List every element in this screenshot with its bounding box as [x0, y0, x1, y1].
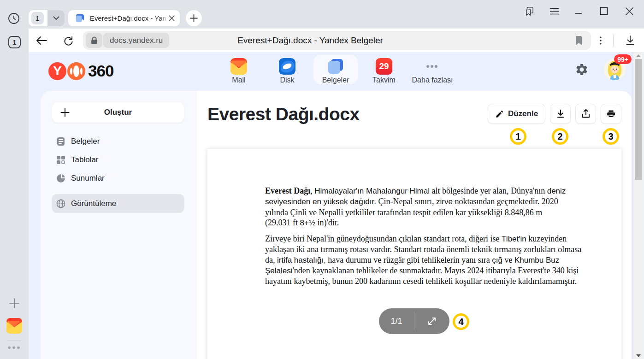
expand-icon: [427, 316, 437, 326]
docs-panel: Oluştur Belgeler Tablolar: [41, 91, 632, 359]
app-mail-label: Mail: [217, 76, 261, 84]
bar-divider: [613, 35, 614, 47]
notification-badge: 99+: [614, 54, 632, 64]
docs-content: Everest Dağı.docx Düzenle: [197, 91, 632, 359]
new-tab-button[interactable]: [186, 10, 202, 26]
create-label: Oluştur: [52, 108, 184, 117]
panels-icon[interactable]: [522, 5, 535, 18]
back-icon[interactable]: [35, 34, 48, 47]
browser-side-strip: 1 ●●●: [0, 29, 29, 359]
print-button[interactable]: [601, 104, 621, 124]
url-bar[interactable]: docs.yandex.ru Everest+Dağı.docx - Yande…: [83, 31, 591, 50]
app-takvim-label: Takvim: [362, 76, 406, 84]
create-button[interactable]: Oluştur: [52, 102, 184, 123]
sidebar-item-label: Tablolar: [71, 155, 99, 165]
document-title: Everest Dağı.docx: [207, 104, 360, 124]
more-apps-icon: •••: [424, 58, 441, 75]
download-icon: [556, 109, 565, 118]
close-button[interactable]: [623, 5, 636, 18]
bookmark-icon[interactable]: [575, 36, 583, 47]
document-text: Everest Dağı, Himalayalar'ın Mahalangur …: [265, 186, 595, 287]
maximize-button[interactable]: [597, 5, 610, 18]
tab-title: Everest+Dağı.docx - Yan: [90, 14, 168, 22]
tab-group-count[interactable]: 1: [31, 12, 44, 24]
tab-group-pill[interactable]: 1: [29, 10, 65, 26]
tab-bar: 1 Everest+Dağı.docx - Yan: [0, 0, 644, 29]
docs-icon: [327, 58, 344, 75]
page-indicator[interactable]: 1/1: [379, 308, 449, 334]
sidebar-item-sunumlar[interactable]: Sunumlar: [52, 169, 184, 188]
downloads-icon[interactable]: [624, 34, 637, 47]
browser-tab[interactable]: Everest+Dağı.docx - Yan: [68, 10, 180, 26]
app-belgeler[interactable]: Belgeler: [313, 54, 358, 84]
service-header: Y 360 Mail: [29, 52, 634, 91]
doc-paragraph-1: Everest Dağı, Himalayalar'ın Mahalangur …: [265, 186, 595, 228]
share-icon: [581, 109, 591, 119]
edit-label: Düzenle: [508, 109, 538, 118]
sidebar-item-tablolar[interactable]: Tablolar: [52, 151, 184, 169]
app-takvim[interactable]: 29 Takvim: [362, 54, 406, 84]
sidebar-item-label: Belgeler: [71, 137, 100, 146]
tab-close-icon[interactable]: [168, 15, 175, 22]
refresh-icon[interactable]: [62, 34, 75, 47]
lock-icon[interactable]: [86, 33, 102, 48]
scrollbar-thumb[interactable]: [635, 59, 642, 180]
globe-icon: [56, 199, 65, 208]
chevron-down-icon[interactable]: [47, 10, 65, 26]
strip-divider: [7, 341, 21, 341]
sidebar-item-label: Sunumlar: [71, 174, 105, 183]
address-bar: docs.yandex.ru Everest+Dağı.docx - Yande…: [29, 29, 644, 52]
strip-more-icon[interactable]: ●●●: [7, 344, 21, 351]
download-button[interactable]: [550, 104, 571, 124]
app-more-label: Daha fazlası: [402, 76, 462, 84]
docs-favicon: [75, 13, 85, 24]
calendar-icon: 29: [376, 58, 392, 75]
scrollbar[interactable]: [633, 52, 644, 359]
url-text[interactable]: docs.yandex.ru: [103, 33, 169, 48]
app-more[interactable]: ••• Daha fazlası: [402, 54, 462, 84]
menu-icon[interactable]: [548, 5, 561, 18]
print-icon: [606, 109, 616, 118]
presentations-icon: [56, 174, 65, 183]
annotation-3: 3: [603, 128, 619, 145]
pencil-icon: [495, 110, 504, 118]
app-belgeler-label: Belgeler: [313, 76, 358, 84]
mail-app-icon[interactable]: [6, 318, 22, 334]
documents-icon: [56, 137, 65, 146]
scroll-up-icon[interactable]: [633, 52, 644, 59]
sidebar-item-goruntuleme[interactable]: Görüntüleme: [52, 194, 184, 213]
fullscreen-button[interactable]: [414, 316, 449, 326]
sidebar-item-label: Görüntüleme: [71, 199, 116, 208]
app-disk[interactable]: Disk: [265, 54, 309, 84]
app-disk-label: Disk: [265, 76, 309, 84]
page-count: 1/1: [379, 317, 414, 326]
edit-button[interactable]: Düzenle: [488, 104, 545, 124]
tables-icon: [56, 155, 65, 165]
annotation-2: 2: [552, 128, 568, 145]
share-button[interactable]: [575, 104, 596, 124]
browser-window: 1 Everest+Dağı.docx - Yan: [0, 0, 644, 359]
more-options-icon[interactable]: [595, 34, 606, 47]
minimize-button[interactable]: [572, 5, 585, 18]
annotation-1: 1: [510, 128, 526, 145]
sidebar-item-belgeler[interactable]: Belgeler: [52, 132, 184, 151]
docs-sidebar: Oluştur Belgeler Tablolar: [41, 91, 197, 359]
settings-gear-icon[interactable]: [575, 63, 589, 77]
scroll-down-icon[interactable]: [633, 352, 644, 359]
side-add-icon[interactable]: [9, 298, 20, 309]
web-content: Y 360 Mail: [29, 52, 644, 359]
side-tab-counter[interactable]: 1: [8, 36, 21, 48]
history-icon[interactable]: [8, 12, 20, 24]
app-mail[interactable]: Mail: [217, 54, 261, 84]
annotation-4: 4: [453, 313, 469, 330]
disk-icon: [279, 58, 295, 75]
doc-paragraph-2: Zirveye biri Nepal'in güneydoğusundan çı…: [265, 234, 595, 286]
mail-icon: [230, 58, 247, 75]
